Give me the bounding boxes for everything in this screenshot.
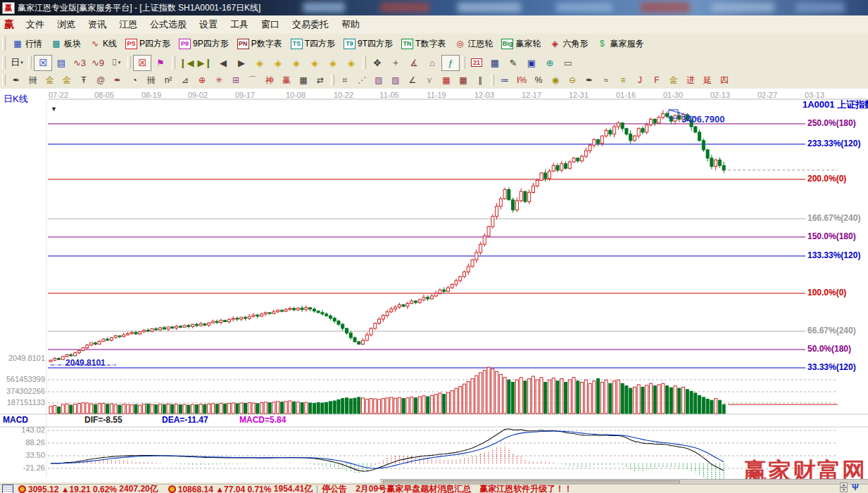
kline-button[interactable]: ∿K线 bbox=[85, 36, 121, 52]
menu-item-交易委托[interactable]: 交易委托 bbox=[286, 16, 335, 33]
prev-page-button[interactable]: ◀ bbox=[214, 55, 232, 71]
percent-icon[interactable]: % bbox=[530, 73, 547, 88]
bars-icon[interactable]: ≔ bbox=[496, 73, 513, 88]
pen2-icon-glyph: ✒ bbox=[114, 75, 121, 85]
parallel-icon[interactable]: ∥ bbox=[472, 73, 489, 88]
j-angle-icon[interactable]: J bbox=[631, 73, 648, 88]
arc-icon[interactable]: ⌒ bbox=[244, 73, 261, 88]
gann-diamond-expand-button[interactable]: ◈ bbox=[287, 55, 306, 71]
color-flag-button[interactable]: ⚑ bbox=[151, 55, 170, 71]
wave-9-button[interactable]: ∿9 bbox=[89, 55, 107, 71]
menu-item-公式选股[interactable]: 公式选股 bbox=[144, 16, 193, 33]
target-icon[interactable]: ⊕ bbox=[194, 73, 210, 88]
gann-diamond-center-button[interactable]: ◈ bbox=[324, 55, 342, 71]
width-arrows-icon[interactable]: ⇄ bbox=[312, 73, 329, 88]
gann-diamond-right-button[interactable]: ◈ bbox=[269, 55, 287, 71]
winner-wheel-button[interactable]: Big赢家轮 bbox=[497, 36, 545, 52]
menu-item-浏览[interactable]: 浏览 bbox=[51, 16, 82, 33]
first-page-button[interactable]: ❙◀ bbox=[177, 55, 196, 71]
calendar-button[interactable]: 21 bbox=[467, 55, 486, 71]
gold-comb2-icon[interactable]: 金 bbox=[58, 73, 75, 88]
pen-divider-icon[interactable]: ✒ bbox=[581, 73, 598, 88]
fan-box-icon[interactable]: ▨ bbox=[370, 73, 387, 88]
grid-web-icon[interactable]: ⊞ bbox=[227, 73, 244, 88]
f-lines-icon[interactable]: Ŧ bbox=[75, 73, 92, 88]
gann-diamond-shrink-button[interactable]: ◈ bbox=[306, 55, 324, 71]
shen-icon[interactable]: 神 bbox=[261, 73, 278, 88]
quotes-button[interactable]: ▦行情 bbox=[8, 36, 46, 52]
pan-hand-button[interactable]: ✥ bbox=[368, 55, 386, 71]
p9-square-button[interactable]: P99P四方形 bbox=[175, 36, 233, 52]
ying-icon[interactable]: 赢 bbox=[278, 73, 295, 88]
quote-table-icon[interactable] bbox=[2, 485, 13, 493]
gold-line-icon[interactable]: ⊖ bbox=[564, 73, 581, 88]
crosshair-button[interactable]: ＋ bbox=[386, 55, 405, 71]
comb2-icon[interactable]: 卌 bbox=[143, 73, 160, 88]
percent-line-icon[interactable]: Ⅰ% bbox=[513, 73, 530, 88]
p-number-table-button[interactable]: PNP数字表 bbox=[233, 36, 287, 52]
candle-style-button[interactable]: ⌷▾ bbox=[107, 55, 125, 71]
kline-period-button[interactable]: 日▾ bbox=[8, 55, 26, 71]
menu-item-文件[interactable]: 文件 bbox=[20, 16, 51, 33]
red-grid2-icon[interactable]: ▦ bbox=[455, 73, 472, 88]
fan-lines-icon[interactable]: ⋰ bbox=[353, 73, 370, 88]
calculator-button[interactable]: ▦ bbox=[486, 55, 504, 71]
save-button[interactable]: ▣ bbox=[522, 55, 541, 71]
red-grid-icon[interactable]: ▦ bbox=[438, 73, 455, 88]
gann-diamond-left-button[interactable]: ◈ bbox=[251, 55, 269, 71]
menu-item-帮助[interactable]: 帮助 bbox=[335, 16, 366, 33]
p-square-button[interactable]: PSP四方形 bbox=[121, 36, 175, 52]
grid123-icon[interactable]: ▦ bbox=[295, 73, 312, 88]
frame-tool-icon[interactable]: ⌗ bbox=[336, 73, 353, 88]
time-circle-icon[interactable]: ◔ bbox=[126, 73, 143, 88]
t-number-table-button[interactable]: TNT数字表 bbox=[397, 36, 450, 52]
chart-area[interactable]: 07-2208-0508-1909-0209-1710-0810-2211-05… bbox=[0, 89, 868, 482]
web-icon[interactable]: ✳ bbox=[210, 73, 227, 88]
t9-square-button[interactable]: T99T四方形 bbox=[339, 36, 397, 52]
hexagon-button[interactable]: ◈六角形 bbox=[545, 36, 592, 52]
gann-wheel-button[interactable]: ◎江恩轮 bbox=[450, 36, 497, 52]
angle-line-icon[interactable]: ∠ bbox=[404, 73, 421, 88]
comb-icon[interactable]: 卌 bbox=[25, 73, 42, 88]
next-page-button[interactable]: ▶ bbox=[232, 55, 251, 71]
gold-angle-icon[interactable]: 金 bbox=[665, 73, 682, 88]
info-panel-button[interactable]: ▤ bbox=[52, 55, 70, 71]
fan-box2-icon[interactable]: ▧ bbox=[387, 73, 404, 88]
t-square-button[interactable]: TST四方形 bbox=[287, 36, 339, 52]
n2-icon[interactable]: n² bbox=[160, 73, 177, 88]
zoom-region-button[interactable]: ☒ bbox=[34, 55, 52, 71]
print-button[interactable]: ▭ bbox=[559, 55, 577, 71]
notepad-button[interactable]: ✎ bbox=[504, 55, 522, 71]
value-spinner[interactable]: ▲▼ bbox=[840, 482, 848, 492]
menu-item-江恩[interactable]: 江恩 bbox=[113, 16, 144, 33]
f-angle-icon[interactable]: F bbox=[648, 73, 665, 88]
pen2-icon[interactable]: ✒ bbox=[109, 73, 126, 88]
gold-circle-icon[interactable]: ◉ bbox=[547, 73, 564, 88]
angle-measure-button[interactable]: ∡ bbox=[405, 55, 423, 71]
yan-angle-icon[interactable]: 延 bbox=[699, 73, 716, 88]
si-angle-icon[interactable]: 四 bbox=[716, 73, 733, 88]
gann-diamond-grid-button[interactable]: ◈ bbox=[342, 55, 360, 71]
formula-button[interactable]: ƒ bbox=[441, 55, 460, 71]
check-line-icon[interactable]: ⋎ bbox=[421, 73, 438, 88]
winner-service-button[interactable]: $赢家服务 bbox=[592, 36, 648, 52]
spiral-icon[interactable]: @ bbox=[92, 73, 109, 88]
macd-indicator-label[interactable]: MACD bbox=[3, 415, 28, 425]
menu-item-资讯[interactable]: 资讯 bbox=[82, 16, 113, 33]
sectors-button[interactable]: ▩板块 bbox=[46, 36, 85, 52]
gann-box-button[interactable]: ☒ bbox=[133, 55, 151, 71]
draw-pen-icon[interactable]: ✒ bbox=[8, 73, 25, 88]
gold-bars-icon[interactable]: ≡ bbox=[615, 73, 631, 88]
network-button[interactable]: ⊕ bbox=[541, 55, 559, 71]
last-page-button[interactable]: ▶❙ bbox=[196, 55, 214, 71]
menu-item-窗口[interactable]: 窗口 bbox=[255, 16, 286, 33]
gann-hat-button[interactable]: ⌂ bbox=[423, 55, 441, 71]
wave-line-icon[interactable]: ≈ bbox=[598, 73, 615, 88]
menu-item-工具[interactable]: 工具 bbox=[224, 16, 255, 33]
dropdown-marker-icon[interactable]: ▼ bbox=[51, 105, 57, 113]
wave-3-button[interactable]: ∿3 bbox=[70, 55, 89, 71]
jin-angle-icon[interactable]: 进 bbox=[682, 73, 699, 88]
gold-comb-icon[interactable]: 金 bbox=[42, 73, 58, 88]
angle-icon[interactable]: ⊿ bbox=[177, 73, 194, 88]
menu-item-设置[interactable]: 设置 bbox=[193, 16, 224, 33]
